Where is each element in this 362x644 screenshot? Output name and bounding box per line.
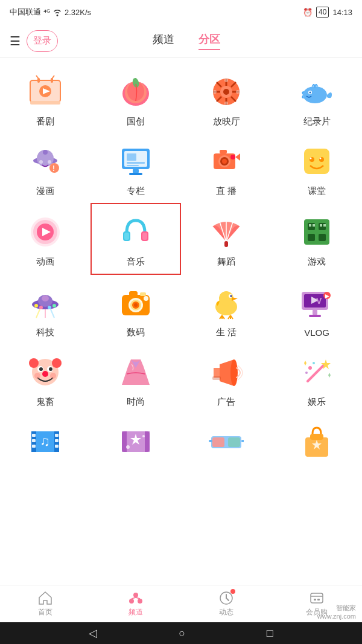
svg-rect-42 xyxy=(127,162,145,164)
category-vlog[interactable]: V ▶ VLOG xyxy=(272,275,362,344)
back-button[interactable]: ◁ xyxy=(89,626,97,640)
more4-icon xyxy=(297,422,336,461)
ketang-icon xyxy=(297,142,336,181)
svg-point-95 xyxy=(144,296,148,301)
watermark-line2: www.znj.com xyxy=(317,613,356,620)
svg-text:V: V xyxy=(316,296,322,306)
nav-dynamic-label: 动态 xyxy=(219,607,233,617)
svg-point-36 xyxy=(48,160,51,164)
svg-point-109 xyxy=(29,358,39,368)
category-grid: 番剧 国创 xyxy=(0,58,362,478)
svg-point-117 xyxy=(50,373,56,379)
time-text: 14:13 xyxy=(332,8,352,17)
guichu-label: 鬼畜 xyxy=(36,396,54,408)
svg-rect-44 xyxy=(133,169,139,173)
svg-point-34 xyxy=(43,150,48,155)
nav-channel[interactable]: 频道 xyxy=(91,585,181,622)
svg-rect-71 xyxy=(224,241,228,247)
svg-rect-136 xyxy=(122,431,127,452)
category-jilu[interactable]: 纪录片 xyxy=(272,64,362,134)
tab-section[interactable]: 分区 xyxy=(198,32,220,50)
home-button[interactable]: ○ xyxy=(179,627,185,640)
svg-rect-147 xyxy=(310,434,323,440)
status-right: ⏰ 40 14:13 xyxy=(303,7,352,18)
jilu-label: 纪录片 xyxy=(303,116,331,127)
category-yule[interactable]: 娱乐 xyxy=(272,344,362,414)
recents-button[interactable]: □ xyxy=(267,627,273,640)
svg-rect-79 xyxy=(320,224,322,227)
svg-rect-93 xyxy=(129,291,138,296)
category-youxi[interactable]: 游戏 xyxy=(272,203,362,275)
category-guochuang[interactable]: 国创 xyxy=(91,64,181,134)
svg-rect-128 xyxy=(32,434,36,437)
category-more1[interactable]: ♫ xyxy=(0,414,91,472)
category-more3[interactable] xyxy=(181,414,272,472)
svg-point-110 xyxy=(52,358,62,368)
svg-point-28 xyxy=(236,90,240,94)
category-fangying[interactable]: 放映厅 xyxy=(181,64,272,134)
menu-icon[interactable]: ☰ xyxy=(10,34,21,48)
ketang-label: 课堂 xyxy=(308,185,326,197)
category-wudao[interactable]: 舞蹈 xyxy=(181,203,272,275)
fangying-label: 放映厅 xyxy=(213,116,240,127)
category-more4[interactable] xyxy=(272,414,362,472)
svg-marker-52 xyxy=(235,153,240,161)
category-guanggao[interactable]: 广告 xyxy=(181,344,272,414)
svg-line-152 xyxy=(132,597,136,599)
svg-point-35 xyxy=(39,160,43,164)
svg-point-92 xyxy=(134,303,138,307)
svg-rect-129 xyxy=(32,439,36,442)
login-button[interactable]: 登录 xyxy=(27,30,58,52)
category-shuma[interactable]: 数码 xyxy=(91,275,181,344)
svg-rect-43 xyxy=(127,165,139,166)
more2-icon xyxy=(116,422,155,461)
svg-point-56 xyxy=(310,158,312,159)
category-more2[interactable] xyxy=(91,414,181,472)
category-keji[interactable]: 科技 xyxy=(0,275,91,344)
category-yinyue[interactable]: 音乐 xyxy=(91,203,181,275)
category-banju[interactable]: 番剧 xyxy=(0,64,91,134)
tab-channel[interactable]: 频道 xyxy=(153,32,174,50)
svg-point-85 xyxy=(39,306,43,309)
svg-rect-141 xyxy=(212,437,224,447)
svg-rect-72 xyxy=(304,219,329,245)
category-zhibo[interactable]: 直 播 xyxy=(181,134,272,203)
svg-rect-144 xyxy=(209,440,212,442)
svg-rect-77 xyxy=(309,224,311,227)
svg-rect-53 xyxy=(304,149,329,174)
svg-point-99 xyxy=(230,295,232,297)
yinyue-label: 音乐 xyxy=(127,256,145,268)
category-manhua[interactable]: ! 漫画 xyxy=(0,134,91,203)
svg-point-122 xyxy=(308,366,312,370)
zhuanlan-label: 专栏 xyxy=(127,185,145,197)
svg-point-86 xyxy=(48,306,51,309)
category-donghua[interactable]: 动画 xyxy=(0,203,91,275)
svg-rect-119 xyxy=(212,376,221,380)
category-shenghuo[interactable]: 生 活 xyxy=(181,275,272,344)
status-left: 中国联通 ⁴ᴳ 2.32K/s xyxy=(10,7,91,18)
nav-dynamic[interactable]: 动态 xyxy=(181,585,272,622)
svg-point-149 xyxy=(133,593,138,597)
manhua-icon: ! xyxy=(26,142,65,181)
svg-point-97 xyxy=(219,291,233,306)
svg-rect-45 xyxy=(129,173,142,175)
category-guichu[interactable]: 鬼畜 xyxy=(0,344,91,414)
svg-rect-94 xyxy=(140,292,146,296)
svg-point-84 xyxy=(34,304,38,308)
alarm-icon: ⏰ xyxy=(303,8,313,17)
svg-point-51 xyxy=(230,155,235,159)
main-content: 番剧 国创 xyxy=(0,58,362,585)
svg-point-118 xyxy=(230,359,238,386)
nav-home[interactable]: 首页 xyxy=(0,585,91,622)
svg-point-83 xyxy=(42,295,49,301)
shishang-label: 时尚 xyxy=(127,396,145,408)
shuma-label: 数码 xyxy=(127,327,145,338)
shishang-icon xyxy=(116,353,155,391)
category-zhuanlan[interactable]: 专栏 xyxy=(91,134,181,203)
svg-rect-131 xyxy=(55,434,59,437)
guochuang-label: 国创 xyxy=(127,116,145,127)
category-shishang[interactable]: 时尚 xyxy=(91,344,181,414)
category-ketang[interactable]: 课堂 xyxy=(272,134,362,203)
nav-bar: ☰ 登录 频道 分区 xyxy=(0,24,362,58)
keji-icon xyxy=(26,283,65,322)
